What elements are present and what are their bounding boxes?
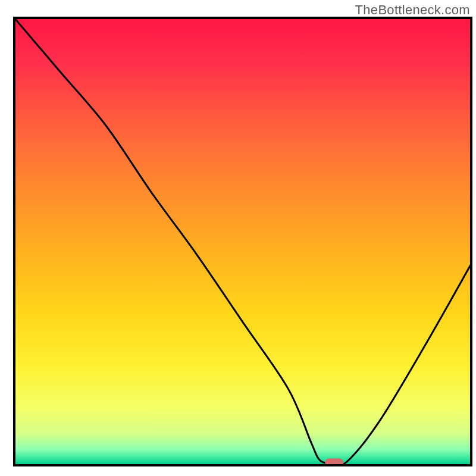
watermark-text: TheBottleneck.com [355,2,470,18]
bottleneck-chart: TheBottleneck.com [0,0,476,476]
chart-svg [0,0,476,476]
gradient-background [14,18,471,465]
